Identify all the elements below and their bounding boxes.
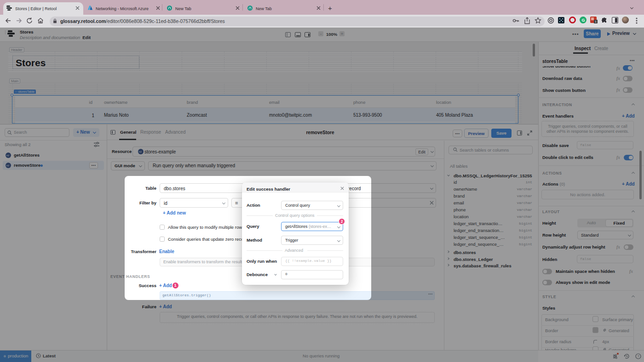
- svg-text:?: ?: [637, 354, 639, 358]
